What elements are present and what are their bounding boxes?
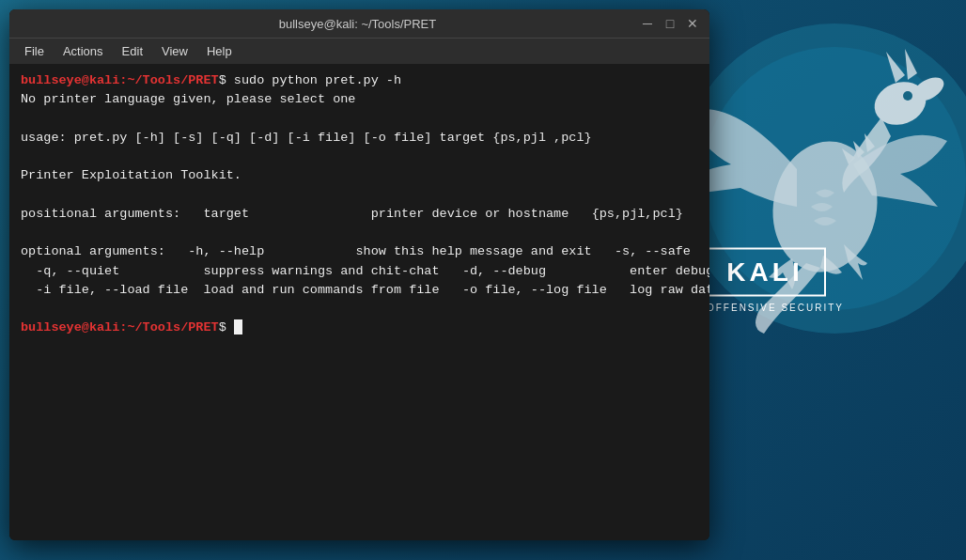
title-bar: bullseye@kali: ~/Tools/PRET ─ □ ✕ (9, 9, 709, 38)
empty-2 (21, 148, 698, 166)
output-line-6: target printer device or hostname (188, 207, 569, 221)
window-title: bullseye@kali: ~/Tools/PRET (75, 17, 640, 31)
window-controls: ─ □ ✕ (640, 16, 700, 31)
menu-file[interactable]: File (17, 42, 52, 60)
output-line-14: -o file, --log file log raw data sent to… (447, 283, 709, 297)
prompt-2: bullseye@kali:~/Tools/PRET (21, 320, 219, 334)
output-line-3: ,pcl} (553, 131, 592, 145)
menu-help[interactable]: Help (199, 42, 240, 60)
empty-5 (21, 300, 698, 319)
output-line-9: -h, --help show this help message and ex… (173, 244, 592, 258)
terminal-window: bullseye@kali: ~/Tools/PRET ─ □ ✕ File A… (9, 9, 709, 540)
kali-brand: KALI BY OFFENSIVE SECURITY (686, 248, 844, 313)
menu-actions[interactable]: Actions (55, 42, 111, 60)
output-line-12: -d, --debug enter debug mode (show traff… (447, 264, 709, 278)
command-1: $ sudo python pret.py -h (219, 73, 401, 87)
command-line-1: bullseye@kali:~/Tools/PRET$ sudo python … (21, 71, 698, 90)
menu-edit[interactable]: Edit (115, 42, 150, 60)
terminal-cursor (234, 319, 242, 334)
output-line-2: usage: pret.py [-h] [-s] [-q] [-d] [-i f… (21, 131, 546, 145)
empty-1 (21, 110, 698, 129)
output-line-13: -i file, --load file load and run comman… (21, 283, 440, 297)
close-button[interactable]: ✕ (685, 16, 700, 31)
minimize-button[interactable]: ─ (640, 16, 655, 31)
output-line-0: No printer language given, please select… (21, 92, 355, 106)
empty-3 (21, 186, 698, 205)
menu-view[interactable]: View (154, 42, 195, 60)
output-line-11: -q, --quiet suppress warnings and chit-c… (21, 264, 440, 278)
output-line-7: {ps,pjl,pcl} printing language to abuse (576, 207, 709, 221)
command-line-2: bullseye@kali:~/Tools/PRET$ (21, 319, 698, 337)
prompt-1: bullseye@kali:~/Tools/PRET (21, 73, 219, 87)
kali-subtitle: BY OFFENSIVE SECURITY (686, 303, 844, 313)
output-line-5: positional arguments: (21, 207, 180, 221)
empty-4 (21, 224, 698, 242)
terminal-content[interactable]: bullseye@kali:~/Tools/PRET$ sudo python … (9, 64, 709, 540)
output-line-8: optional arguments: (21, 244, 165, 258)
menu-bar: File Actions Edit View Help (9, 38, 709, 64)
output-line-4: Printer Exploitation Toolkit. (21, 168, 242, 182)
cursor-prompt: $ (219, 320, 234, 334)
svg-point-4 (903, 91, 912, 101)
output-line-10: -s, --safe verify if language is support… (600, 244, 709, 258)
maximize-button[interactable]: □ (662, 16, 678, 31)
kali-box-text: KALI (704, 248, 825, 297)
